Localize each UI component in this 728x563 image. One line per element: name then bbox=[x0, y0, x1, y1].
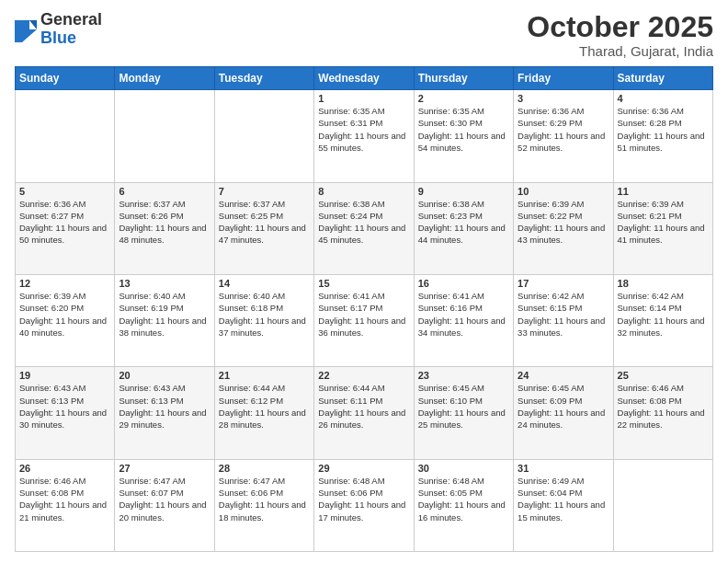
day-cell: 5Sunrise: 6:36 AMSunset: 6:27 PMDaylight… bbox=[16, 182, 115, 274]
day-cell: 10Sunrise: 6:39 AMSunset: 6:22 PMDayligh… bbox=[514, 182, 613, 274]
day-number: 25 bbox=[618, 370, 709, 381]
day-cell: 20Sunrise: 6:43 AMSunset: 6:13 PMDayligh… bbox=[115, 367, 214, 459]
day-info: Sunrise: 6:38 AMSunset: 6:23 PMDaylight:… bbox=[418, 198, 509, 247]
day-number: 1 bbox=[318, 93, 409, 104]
logo-general: General bbox=[40, 10, 102, 29]
day-info: Sunrise: 6:41 AMSunset: 6:17 PMDaylight:… bbox=[318, 290, 409, 339]
day-info: Sunrise: 6:44 AMSunset: 6:11 PMDaylight:… bbox=[318, 382, 409, 431]
day-number: 12 bbox=[19, 278, 110, 289]
day-cell: 13Sunrise: 6:40 AMSunset: 6:19 PMDayligh… bbox=[115, 274, 214, 366]
week-row-3: 19Sunrise: 6:43 AMSunset: 6:13 PMDayligh… bbox=[16, 367, 713, 459]
day-cell: 9Sunrise: 6:38 AMSunset: 6:23 PMDaylight… bbox=[414, 182, 513, 274]
day-info: Sunrise: 6:35 AMSunset: 6:30 PMDaylight:… bbox=[418, 105, 509, 154]
day-number: 22 bbox=[318, 370, 409, 381]
day-info: Sunrise: 6:49 AMSunset: 6:04 PMDaylight:… bbox=[518, 475, 609, 523]
calendar: SundayMondayTuesdayWednesdayThursdayFrid… bbox=[15, 66, 713, 552]
day-cell: 3Sunrise: 6:36 AMSunset: 6:29 PMDaylight… bbox=[514, 90, 613, 182]
day-info: Sunrise: 6:40 AMSunset: 6:19 PMDaylight:… bbox=[119, 290, 210, 339]
day-number: 21 bbox=[219, 370, 310, 381]
weekday-header-saturday: Saturday bbox=[613, 67, 712, 90]
day-info: Sunrise: 6:38 AMSunset: 6:24 PMDaylight:… bbox=[318, 198, 409, 247]
weekday-header-thursday: Thursday bbox=[414, 67, 513, 90]
day-info: Sunrise: 6:37 AMSunset: 6:25 PMDaylight:… bbox=[219, 198, 310, 247]
day-info: Sunrise: 6:42 AMSunset: 6:15 PMDaylight:… bbox=[518, 290, 609, 339]
day-number: 4 bbox=[618, 93, 709, 104]
logo: General Blue bbox=[15, 11, 102, 48]
day-number: 10 bbox=[518, 186, 609, 197]
day-cell: 30Sunrise: 6:48 AMSunset: 6:05 PMDayligh… bbox=[414, 459, 513, 551]
day-cell: 11Sunrise: 6:39 AMSunset: 6:21 PMDayligh… bbox=[613, 182, 712, 274]
day-info: Sunrise: 6:47 AMSunset: 6:07 PMDaylight:… bbox=[119, 475, 210, 523]
day-number: 2 bbox=[418, 93, 509, 104]
logo-text: General Blue bbox=[40, 11, 102, 48]
title-block: October 2025 Tharad, Gujarat, India bbox=[527, 11, 713, 59]
day-cell: 15Sunrise: 6:41 AMSunset: 6:17 PMDayligh… bbox=[314, 274, 414, 366]
week-row-1: 5Sunrise: 6:36 AMSunset: 6:27 PMDaylight… bbox=[16, 182, 713, 274]
day-number: 11 bbox=[618, 186, 709, 197]
day-cell: 2Sunrise: 6:35 AMSunset: 6:30 PMDaylight… bbox=[414, 90, 513, 182]
day-cell: 17Sunrise: 6:42 AMSunset: 6:15 PMDayligh… bbox=[514, 274, 613, 366]
day-cell: 8Sunrise: 6:38 AMSunset: 6:24 PMDaylight… bbox=[314, 182, 414, 274]
day-cell bbox=[613, 459, 712, 551]
day-number: 23 bbox=[418, 370, 509, 381]
day-number: 6 bbox=[119, 186, 210, 197]
day-number: 17 bbox=[518, 278, 609, 289]
day-number: 5 bbox=[19, 186, 110, 197]
day-cell: 31Sunrise: 6:49 AMSunset: 6:04 PMDayligh… bbox=[514, 459, 613, 551]
day-info: Sunrise: 6:43 AMSunset: 6:13 PMDaylight:… bbox=[119, 382, 210, 431]
day-info: Sunrise: 6:39 AMSunset: 6:22 PMDaylight:… bbox=[518, 198, 609, 247]
svg-marker-1 bbox=[29, 20, 37, 29]
day-number: 31 bbox=[518, 463, 609, 474]
logo-icon bbox=[15, 17, 37, 42]
day-number: 27 bbox=[119, 463, 210, 474]
day-number: 26 bbox=[19, 463, 110, 474]
day-number: 20 bbox=[119, 370, 210, 381]
day-cell: 12Sunrise: 6:39 AMSunset: 6:20 PMDayligh… bbox=[16, 274, 115, 366]
day-number: 18 bbox=[618, 278, 709, 289]
day-info: Sunrise: 6:36 AMSunset: 6:28 PMDaylight:… bbox=[618, 105, 709, 154]
location: Tharad, Gujarat, India bbox=[527, 43, 713, 59]
day-info: Sunrise: 6:35 AMSunset: 6:31 PMDaylight:… bbox=[318, 105, 409, 154]
day-info: Sunrise: 6:46 AMSunset: 6:08 PMDaylight:… bbox=[19, 475, 110, 523]
weekday-header-tuesday: Tuesday bbox=[214, 67, 313, 90]
weekday-header-row: SundayMondayTuesdayWednesdayThursdayFrid… bbox=[16, 67, 713, 90]
day-number: 13 bbox=[119, 278, 210, 289]
day-cell: 18Sunrise: 6:42 AMSunset: 6:14 PMDayligh… bbox=[613, 274, 712, 366]
day-cell: 19Sunrise: 6:43 AMSunset: 6:13 PMDayligh… bbox=[16, 367, 115, 459]
day-info: Sunrise: 6:40 AMSunset: 6:18 PMDaylight:… bbox=[219, 290, 310, 339]
day-number: 7 bbox=[219, 186, 310, 197]
day-number: 14 bbox=[219, 278, 310, 289]
day-cell: 23Sunrise: 6:45 AMSunset: 6:10 PMDayligh… bbox=[414, 367, 513, 459]
day-cell: 27Sunrise: 6:47 AMSunset: 6:07 PMDayligh… bbox=[115, 459, 214, 551]
day-cell: 26Sunrise: 6:46 AMSunset: 6:08 PMDayligh… bbox=[16, 459, 115, 551]
day-number: 15 bbox=[318, 278, 409, 289]
week-row-4: 26Sunrise: 6:46 AMSunset: 6:08 PMDayligh… bbox=[16, 459, 713, 551]
week-row-2: 12Sunrise: 6:39 AMSunset: 6:20 PMDayligh… bbox=[16, 274, 713, 366]
day-info: Sunrise: 6:45 AMSunset: 6:10 PMDaylight:… bbox=[418, 382, 509, 431]
day-cell: 24Sunrise: 6:45 AMSunset: 6:09 PMDayligh… bbox=[514, 367, 613, 459]
day-number: 9 bbox=[418, 186, 509, 197]
weekday-header-sunday: Sunday bbox=[16, 67, 115, 90]
day-number: 30 bbox=[418, 463, 509, 474]
day-cell: 14Sunrise: 6:40 AMSunset: 6:18 PMDayligh… bbox=[214, 274, 313, 366]
day-number: 16 bbox=[418, 278, 509, 289]
day-cell: 1Sunrise: 6:35 AMSunset: 6:31 PMDaylight… bbox=[314, 90, 414, 182]
month-title: October 2025 bbox=[527, 11, 713, 43]
day-info: Sunrise: 6:48 AMSunset: 6:06 PMDaylight:… bbox=[318, 475, 409, 523]
day-info: Sunrise: 6:39 AMSunset: 6:21 PMDaylight:… bbox=[618, 198, 709, 247]
day-number: 19 bbox=[19, 370, 110, 381]
day-cell: 29Sunrise: 6:48 AMSunset: 6:06 PMDayligh… bbox=[314, 459, 414, 551]
weekday-header-friday: Friday bbox=[514, 67, 613, 90]
logo-blue: Blue bbox=[40, 29, 76, 47]
day-info: Sunrise: 6:44 AMSunset: 6:12 PMDaylight:… bbox=[219, 382, 310, 431]
day-info: Sunrise: 6:37 AMSunset: 6:26 PMDaylight:… bbox=[119, 198, 210, 247]
day-info: Sunrise: 6:41 AMSunset: 6:16 PMDaylight:… bbox=[418, 290, 509, 339]
day-number: 24 bbox=[518, 370, 609, 381]
day-info: Sunrise: 6:47 AMSunset: 6:06 PMDaylight:… bbox=[219, 475, 310, 523]
day-cell: 28Sunrise: 6:47 AMSunset: 6:06 PMDayligh… bbox=[214, 459, 313, 551]
day-cell bbox=[16, 90, 115, 182]
day-cell: 25Sunrise: 6:46 AMSunset: 6:08 PMDayligh… bbox=[613, 367, 712, 459]
day-cell: 6Sunrise: 6:37 AMSunset: 6:26 PMDaylight… bbox=[115, 182, 214, 274]
day-info: Sunrise: 6:36 AMSunset: 6:29 PMDaylight:… bbox=[518, 105, 609, 154]
day-cell: 22Sunrise: 6:44 AMSunset: 6:11 PMDayligh… bbox=[314, 367, 414, 459]
